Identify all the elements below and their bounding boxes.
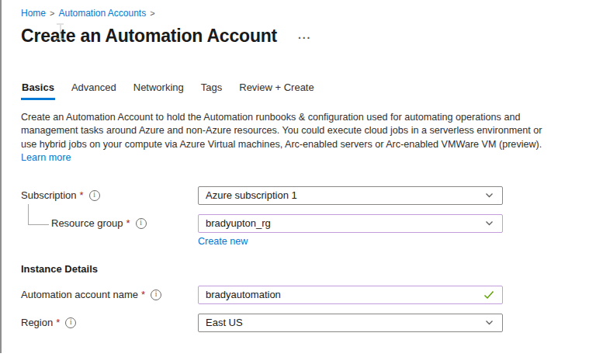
breadcrumb-home-link[interactable]: Home [21, 8, 46, 19]
tab-advanced[interactable]: Advanced [71, 81, 117, 100]
blade-left-border [0, 0, 2, 353]
chevron-down-icon [484, 317, 494, 328]
wizard-tabs: Basics Advanced Networking Tags Review +… [21, 81, 596, 100]
tab-review-create[interactable]: Review + Create [238, 81, 314, 100]
breadcrumb-separator: > [150, 9, 154, 18]
info-icon[interactable]: i [65, 317, 76, 328]
chevron-down-icon [484, 218, 494, 228]
region-value: East US [206, 317, 243, 328]
blade-description: Create an Automation Account to hold the… [21, 111, 596, 165]
description-line: Create an Automation Account to hold the… [21, 111, 596, 124]
region-dropdown[interactable]: East US [198, 314, 503, 332]
required-asterisk: * [126, 217, 130, 229]
instance-details-heading: Instance Details [21, 263, 596, 275]
subscription-label: Subscription * i [21, 189, 198, 201]
tab-tags[interactable]: Tags [200, 81, 223, 100]
resource-group-dropdown[interactable]: bradyupton_rg [198, 214, 503, 233]
subscription-dropdown[interactable]: Azure subscription 1 [198, 186, 503, 205]
valid-check-icon [483, 290, 494, 300]
breadcrumb-automation-accounts-link[interactable]: Automation Accounts [58, 8, 146, 19]
info-icon[interactable]: i [136, 218, 147, 229]
tab-networking[interactable]: Networking [133, 81, 185, 100]
resource-group-label-text: Resource group [51, 217, 123, 229]
subscription-value: Azure subscription 1 [206, 189, 297, 201]
required-asterisk: * [80, 189, 84, 201]
breadcrumb-separator: > [50, 9, 54, 18]
region-row: Region * i East US [21, 314, 596, 332]
required-asterisk: * [56, 317, 60, 328]
account-name-input[interactable] [206, 289, 483, 300]
text-cursor-artifact [57, 23, 64, 40]
region-label: Region * i [21, 317, 198, 328]
basics-form: Subscription * i Azure subscription 1 Re… [21, 186, 596, 332]
description-line: management tasks around Azure and non-Az… [21, 124, 596, 137]
info-icon[interactable]: i [151, 289, 161, 300]
region-label-text: Region [21, 317, 53, 328]
subscription-row: Subscription * i Azure subscription 1 [21, 186, 596, 205]
description-line: use hybrid jobs on your compute via Azur… [21, 138, 596, 151]
account-name-row: Automation account name * i [21, 286, 596, 304]
account-name-label: Automation account name * i [21, 289, 198, 300]
more-options-icon[interactable]: ··· [298, 29, 311, 43]
subscription-resource-group-connector [28, 204, 49, 225]
learn-more-link[interactable]: Learn more [21, 151, 71, 165]
resource-group-row: Resource group * i bradyupton_rg [21, 214, 596, 233]
required-asterisk: * [141, 289, 145, 300]
create-automation-account-blade: Home > Automation Accounts > Create an A… [0, 0, 596, 364]
chevron-down-icon [484, 190, 494, 200]
tab-basics[interactable]: Basics [21, 81, 55, 100]
account-name-label-text: Automation account name [21, 289, 138, 300]
subscription-label-text: Subscription [21, 189, 77, 201]
create-new-resource-group-link[interactable]: Create new [198, 236, 248, 247]
account-name-field [198, 286, 503, 304]
resource-group-value: bradyupton_rg [206, 217, 271, 229]
breadcrumb: Home > Automation Accounts > [21, 8, 596, 19]
info-icon[interactable]: i [89, 190, 100, 201]
